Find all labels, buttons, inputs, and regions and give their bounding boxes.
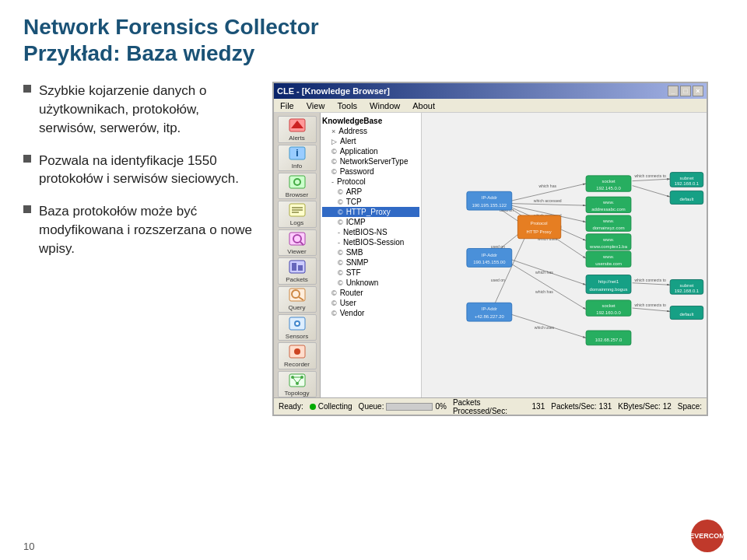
tree-item-networkservertype[interactable]: ©NetworkServerType	[322, 156, 419, 166]
edge-label-which-has-2: which has	[535, 270, 553, 275]
tree-item-password[interactable]: ©Password	[322, 166, 419, 177]
node-host7-label2: 192.160.0.0	[596, 310, 621, 315]
tree-item-alert[interactable]: ▷Alert	[322, 136, 419, 146]
edge-label-which-has-3: which has	[535, 290, 553, 295]
packets-sec-label: Packets/Sec:	[551, 402, 596, 411]
svg-text:i: i	[296, 148, 298, 159]
sidebar-info[interactable]: i Info	[278, 145, 317, 171]
sidebar-label-query: Query	[289, 304, 306, 311]
sidebar-recorder[interactable]: Recorder	[278, 342, 317, 369]
edge-label-which-has-1: which has	[538, 184, 556, 188]
svg-line-47	[633, 308, 671, 311]
node-conn3-label1: subnet	[680, 283, 694, 288]
tree-item-netbios-ns[interactable]: -NetBIOS-NS	[322, 227, 419, 237]
page-subtitle: Przykład: Baza wiedzy	[23, 40, 724, 67]
node-ip2-label1: IP-Addr	[482, 253, 497, 257]
app-content: KnowledgeBase ×Address ▷Alert ©Applicati…	[321, 113, 707, 397]
kbytes-value: 12	[663, 402, 672, 411]
node-conn1-label1: subnet	[680, 176, 694, 180]
node-host7-label1: socket	[601, 303, 615, 308]
status-packets-sec: Packets/Sec: 131	[551, 402, 612, 411]
status-collecting: Collecting	[310, 402, 352, 411]
logo-text: EVERCOM	[689, 532, 725, 541]
node-conn2-label: default	[680, 197, 694, 201]
svg-point-24	[294, 348, 300, 355]
sidebar-query[interactable]: Query	[278, 286, 317, 313]
tree-item-user[interactable]: ©User	[322, 298, 419, 308]
queue-value: 0%	[435, 402, 446, 411]
tree-item-protocol[interactable]: -Protocol	[322, 177, 419, 187]
logo: EVERCOM	[691, 520, 724, 552]
node-host3-label2: domainxyz.com	[592, 226, 624, 230]
packets-sec-value: 131	[599, 402, 612, 411]
tree-item-icmp[interactable]: ©ICMP	[322, 217, 419, 227]
menu-file[interactable]: File	[277, 100, 297, 112]
right-panel: CLE - [Knowledge Browser] _ □ × File Vie…	[272, 82, 724, 416]
app-titlebar: CLE - [Knowledge Browser] _ □ ×	[274, 83, 707, 99]
svg-line-45	[633, 186, 671, 197]
tree-item-snmp[interactable]: ©SNMP	[322, 257, 419, 268]
sidebar-sensors[interactable]: Sensors	[278, 314, 317, 341]
sidebar-label-sensors: Sensors	[286, 333, 308, 340]
status-ready: Ready:	[279, 402, 303, 411]
menu-about[interactable]: About	[409, 100, 438, 112]
close-button[interactable]: ×	[693, 86, 703, 96]
titlebar-buttons: _ □ ×	[668, 86, 703, 96]
app-body: Alerts i Info	[274, 113, 707, 397]
sidebar-packets[interactable]: Packets	[278, 257, 317, 284]
minimize-button[interactable]: _	[668, 86, 679, 96]
bullet-text-2: Pozwala na identyfikacje 1550 protokołów…	[39, 152, 257, 189]
tree-item-smb[interactable]: ©SMB	[322, 247, 419, 257]
sidebar-logs[interactable]: Logs	[278, 201, 317, 227]
tree-item-tcp[interactable]: ©TCP	[322, 197, 419, 207]
bullet-item-3: Baza protokołów może być modyfikowana i …	[23, 202, 257, 257]
tree-item-arp[interactable]: ©ARP	[322, 187, 419, 197]
node-host1-label1: socket	[601, 179, 615, 184]
svg-line-37	[511, 204, 586, 206]
app-statusbar: Ready: Collecting Queue: 0% Packets Proc…	[274, 397, 707, 415]
node-protocol-label1: Protocol	[531, 221, 548, 226]
edge-label-which-uses-2: which uses	[535, 326, 555, 331]
sidebar-browser[interactable]: Browser	[278, 173, 317, 199]
sidebar-topology[interactable]: Topology	[278, 371, 317, 397]
edge-label-which-connects-1: which connects to	[634, 173, 666, 178]
collecting-dot	[310, 404, 316, 410]
tree-item-address[interactable]: ×Address	[322, 126, 419, 136]
sidebar-alerts[interactable]: Alerts	[278, 116, 317, 142]
logo-circle: EVERCOM	[691, 520, 724, 552]
tree-root[interactable]: KnowledgeBase	[322, 116, 419, 126]
sidebar-label-viewer: Viewer	[287, 248, 306, 255]
node-conn4-label: default	[680, 312, 694, 317]
menu-tools[interactable]: Tools	[334, 100, 360, 112]
status-packets: Packets Processed/Sec: 131	[453, 398, 545, 415]
kbytes-label: KBytes/Sec:	[618, 402, 660, 411]
sidebar-viewer[interactable]: Viewer	[278, 229, 317, 256]
tree-item-unknown[interactable]: ©Unknown	[322, 278, 419, 288]
tree-item-application[interactable]: ©Application	[322, 146, 419, 156]
node-protocol-http[interactable]	[517, 215, 560, 239]
footer: 10 EVERCOM	[23, 520, 724, 552]
status-kbytes: KBytes/Sec: 12	[618, 402, 672, 411]
tree-item-router[interactable]: ©Router	[322, 288, 419, 298]
tree-item-vendor[interactable]: ©Vendor	[322, 308, 419, 318]
maximize-button[interactable]: □	[680, 86, 691, 96]
app-title: CLE - [Knowledge Browser]	[277, 86, 390, 96]
main-content: Szybkie kojarzenie danych o użytkownikac…	[0, 74, 747, 424]
packets-label: Packets Processed/Sec:	[453, 398, 530, 415]
tree-item-stf[interactable]: ©STF	[322, 268, 419, 278]
svg-rect-16	[298, 265, 303, 271]
edge-label-which-connects-2: which connects to	[634, 278, 666, 282]
app-sidebar: Alerts i Info	[274, 113, 321, 397]
menu-view[interactable]: View	[303, 100, 328, 112]
tree-item-netbios-session[interactable]: -NetBIOS-Session	[322, 237, 419, 247]
menu-window[interactable]: Window	[366, 100, 403, 112]
node-ip1-label2: 190.195.155.122	[472, 203, 507, 208]
knowledge-graph-svg: used on used on used on which has which …	[422, 113, 707, 397]
node-ip1-label1: IP-Addr	[482, 196, 497, 201]
app-menubar: File View Tools Window About	[274, 99, 707, 113]
status-space: Space:	[678, 402, 702, 411]
node-ip2-label2: 190.145.155.00	[473, 260, 506, 264]
sidebar-label-alerts: Alerts	[289, 135, 304, 142]
svg-point-22	[296, 322, 299, 325]
tree-item-http[interactable]: ©HTTP_Proxy	[322, 207, 419, 217]
